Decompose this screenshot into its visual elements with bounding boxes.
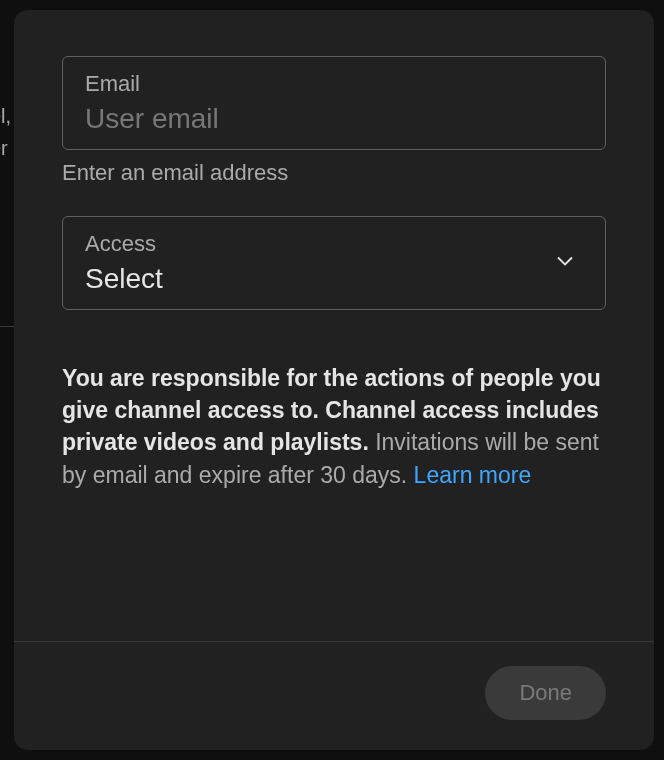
- email-field-container[interactable]: Email: [62, 56, 606, 150]
- background-partial-text: el, er: [0, 100, 11, 164]
- dialog-footer: Done: [14, 641, 654, 750]
- access-label: Access: [85, 231, 551, 257]
- email-input[interactable]: [85, 103, 585, 135]
- dialog-body: Email Enter an email address Access Sele…: [14, 10, 654, 641]
- chevron-down-icon: [551, 247, 579, 279]
- access-field-group: Access Select: [62, 216, 606, 310]
- access-value: Select: [85, 263, 551, 295]
- info-paragraph: You are responsible for the actions of p…: [62, 362, 606, 491]
- email-helper-text: Enter an email address: [62, 160, 606, 186]
- email-label: Email: [85, 71, 585, 97]
- done-button[interactable]: Done: [485, 666, 606, 720]
- learn-more-link[interactable]: Learn more: [414, 462, 532, 488]
- access-select[interactable]: Access Select: [62, 216, 606, 310]
- email-field-group: Email Enter an email address: [62, 56, 606, 186]
- channel-access-dialog: Email Enter an email address Access Sele…: [14, 10, 654, 750]
